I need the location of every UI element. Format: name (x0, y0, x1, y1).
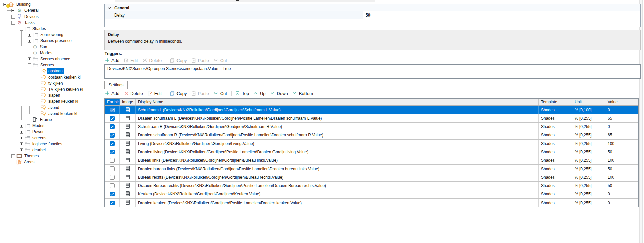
column-header-value[interactable]: Value (605, 99, 638, 105)
top-tab-partial[interactable] (346, 0, 375, 2)
display-name-cell[interactable]: Schuifraam R (Devices\KNX\Rolluiken/Gord… (136, 123, 539, 131)
unit-cell[interactable]: % [0,255] (572, 123, 605, 131)
enabled-cell[interactable] (105, 199, 120, 207)
tree-item-sun[interactable]: ⚙Sun (1, 44, 97, 50)
image-cell[interactable] (120, 131, 136, 139)
template-cell[interactable]: Shades (539, 156, 572, 164)
expand-plus-box[interactable] (11, 9, 15, 12)
tree-item-zonnewering[interactable]: zonnewering (1, 32, 97, 38)
tree-item-areas[interactable]: Areas (1, 159, 97, 165)
enabled-cell[interactable] (105, 156, 120, 164)
value-cell[interactable]: 0 (605, 199, 638, 207)
copy-button[interactable]: Copy (168, 90, 189, 97)
expand-plus-box[interactable] (11, 15, 15, 19)
enabled-checkbox[interactable] (110, 175, 115, 180)
triggers-list[interactable]: Devices\KNX\Scenes\Oproepen Scenes\scene… (104, 64, 641, 79)
enabled-cell[interactable] (105, 182, 120, 190)
value-cell[interactable]: 0 (605, 190, 638, 198)
display-name-cell[interactable]: Schuifraam L (Devices\KNX\Rolluiken/Gord… (136, 106, 539, 114)
display-name-cell[interactable]: Living (Devices\KNX\Rolluiken/Gordijnen\… (136, 140, 539, 148)
template-cell[interactable]: Shades (539, 106, 572, 114)
image-cell[interactable] (120, 148, 136, 156)
column-header-template[interactable]: Template (539, 99, 572, 105)
add-button[interactable]: Add (103, 90, 122, 97)
table-row[interactable]: Draaien schuifraam R (Devices\KNX\Rollui… (105, 131, 638, 140)
value-cell[interactable]: 0 (605, 123, 638, 131)
column-header-enabled[interactable]: Enabled (105, 99, 120, 105)
image-cell[interactable] (120, 190, 136, 198)
display-name-cell[interactable]: Draaien living (Devices\KNX\Rolluiken/Go… (136, 148, 539, 156)
tree-item-deurbel[interactable]: deurbel (1, 147, 97, 153)
tree-item-modes[interactable]: Modes (1, 123, 97, 129)
unit-cell[interactable]: % [0,255] (572, 114, 605, 122)
value-cell[interactable]: 65 (605, 131, 638, 139)
tree-item-label[interactable]: zonnewering (39, 32, 64, 37)
tree-item-avond-keuken-kl[interactable]: avond keuken kl (1, 111, 97, 117)
tree-item-label[interactable]: Power (31, 129, 45, 134)
table-row[interactable]: Living (Devices\KNX\Rolluiken/Gordijnen\… (105, 140, 638, 148)
tree-item-tv-kijken-keuken-kl[interactable]: TV kijken keuken kl (1, 86, 97, 92)
template-cell[interactable]: Shades (539, 190, 572, 198)
table-row[interactable]: Schuifraam R (Devices\KNX\Rolluiken/Gord… (105, 123, 638, 131)
tree-item-logische-functies[interactable]: logische functies (1, 141, 97, 147)
tree-item-scenes[interactable]: Scenes (1, 62, 97, 68)
value-cell[interactable]: 50 (605, 148, 638, 156)
display-name-cell[interactable]: Keuken (Devices\KNX\Rolluiken/Gordijnen\… (136, 190, 539, 198)
tree-item-label[interactable]: Tasks (23, 20, 36, 25)
enabled-checkbox[interactable] (110, 108, 115, 112)
unit-cell[interactable]: % [0,255] (572, 131, 605, 139)
table-row[interactable]: Keuken (Devices\KNX\Rolluiken/Gordijnen\… (105, 190, 638, 199)
display-name-cell[interactable]: Draaien keuken (Devices\KNX\Rolluiken/Go… (136, 199, 539, 207)
bottom-button[interactable]: Bottom (291, 90, 316, 97)
value-cell[interactable]: 0 (605, 106, 638, 114)
enabled-checkbox[interactable] (110, 201, 115, 205)
tree-item-label[interactable]: avond keuken kl (47, 111, 78, 116)
tree-item-label[interactable]: tv kijken (47, 81, 64, 86)
trigger-item[interactable]: Devices\KNX\Scenes\Oproepen Scenes\scene… (107, 66, 638, 72)
value-cell[interactable]: 50 (605, 165, 638, 173)
image-cell[interactable] (120, 199, 136, 207)
expand-plus-box[interactable] (20, 130, 23, 134)
image-cell[interactable] (120, 140, 136, 148)
expand-plus-box[interactable] (20, 136, 23, 140)
enabled-cell[interactable] (105, 123, 120, 131)
unit-cell[interactable]: % [0,255] (572, 165, 605, 173)
table-row[interactable]: Schuifraam L (Devices\KNX\Rolluiken/Gord… (105, 106, 638, 114)
tree-item-label[interactable]: Shades (31, 26, 47, 31)
top-tab-partial[interactable] (143, 0, 172, 2)
display-name-cell[interactable]: Bureau links (Devices\KNX\Rolluiken/Gord… (136, 156, 539, 164)
enabled-cell[interactable] (105, 114, 120, 122)
template-cell[interactable]: Shades (539, 182, 572, 190)
expand-plus-box[interactable] (28, 33, 31, 37)
column-header-image[interactable]: Image (120, 99, 136, 105)
value-cell[interactable]: 65 (605, 114, 638, 122)
value-cell[interactable]: 100 (605, 173, 638, 181)
tree-item-label[interactable]: Scenes absence (39, 56, 71, 62)
tree-item-label[interactable]: Modes (39, 50, 53, 56)
tree-item-label[interactable]: TV kijken keuken kl (47, 87, 84, 92)
column-header-unit[interactable]: Unit (572, 99, 605, 105)
tree-item-devices[interactable]: Devices (1, 13, 97, 20)
display-name-cell[interactable]: Bureau rechts (Devices\KNX\Rolluiken/Gor… (136, 173, 539, 181)
add-button[interactable]: Add (103, 57, 122, 64)
template-cell[interactable]: Shades (539, 148, 572, 156)
enabled-checkbox[interactable] (110, 192, 115, 196)
down-button[interactable]: Down (268, 90, 291, 97)
display-name-cell[interactable]: Draaien bureau links (Devices\KNX\Rollui… (136, 165, 539, 173)
expand-plus-box[interactable] (11, 154, 15, 158)
tree-item-label[interactable]: screens (31, 135, 47, 141)
template-cell[interactable]: Shades (539, 140, 572, 148)
tree-item-tasks[interactable]: ⚙Tasks (1, 20, 97, 26)
expand-plus-box[interactable] (20, 148, 23, 152)
property-value-field[interactable]: 50 (363, 11, 640, 19)
tree-item-label[interactable]: deurbel (31, 147, 47, 153)
template-cell[interactable]: Shades (539, 123, 572, 131)
tree-item-label[interactable]: Modes (31, 123, 45, 128)
tree-item-screens[interactable]: screens (1, 135, 97, 141)
image-cell[interactable] (120, 123, 136, 131)
delete-button[interactable]: Delete (122, 90, 146, 97)
collapse-minus-box[interactable] (11, 21, 15, 25)
tree-item-general[interactable]: ⚙General (1, 7, 97, 13)
tree-item-label[interactable]: slapen (47, 93, 61, 98)
tree-item-shades[interactable]: Shades (1, 26, 97, 32)
